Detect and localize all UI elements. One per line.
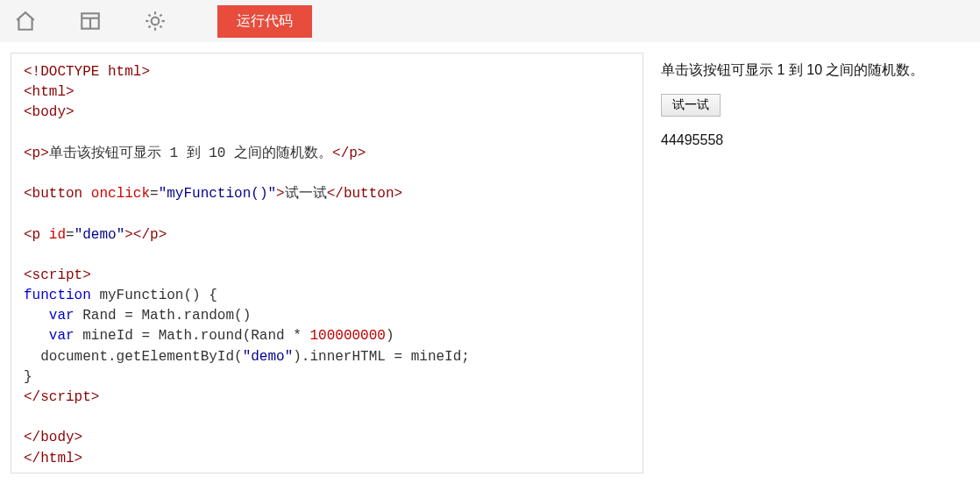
code-t: ) — [386, 328, 394, 344]
demo-output: 44495558 — [661, 132, 964, 148]
code-t: myFunction() { — [91, 288, 217, 303]
svg-point-3 — [152, 18, 160, 25]
code-t: Rand = Math.random() — [75, 308, 252, 324]
code-t: } — [24, 369, 32, 385]
code-t: </ — [332, 146, 349, 161]
code-t: "demo" — [75, 227, 125, 243]
try-it-button[interactable]: 试一试 — [661, 94, 721, 117]
code-line: <!DOCTYPE html> — [24, 64, 150, 80]
code-t — [82, 186, 91, 202]
code-t: > — [276, 186, 285, 202]
code-t: = — [150, 186, 159, 202]
code-t: 试一试 — [285, 186, 327, 202]
svg-line-9 — [160, 25, 161, 27]
code-t: < — [24, 84, 32, 100]
svg-line-11 — [160, 14, 161, 16]
code-t: </ — [327, 186, 344, 202]
code-t: = — [66, 227, 75, 243]
code-t: var — [49, 328, 75, 344]
code-t: "demo" — [243, 349, 294, 365]
code-t: > — [66, 104, 75, 120]
code-t: > — [75, 430, 83, 445]
code-t: p — [32, 146, 41, 161]
code-t: mineId = Math.round(Rand * — [75, 328, 310, 344]
code-t: body — [32, 104, 66, 120]
code-t: button — [32, 186, 83, 202]
code-t: p — [349, 146, 358, 161]
code-t: p — [150, 227, 159, 243]
code-t — [40, 227, 49, 243]
code-t: > — [124, 227, 133, 243]
code-t: < — [24, 186, 32, 202]
code-t: html — [40, 451, 74, 466]
code-t: function — [24, 288, 91, 303]
svg-line-8 — [148, 14, 150, 16]
code-editor[interactable]: <!DOCTYPE html> <html> <body> <p>单击该按钮可显… — [11, 53, 643, 473]
code-t: button — [344, 186, 394, 202]
code-t: document.getElementById( — [24, 349, 243, 365]
code-t: < — [24, 267, 32, 283]
code-t: < — [24, 146, 32, 161]
code-t: ).innerHTML = mineId; — [293, 349, 470, 365]
code-t — [24, 308, 49, 324]
code-t: < — [24, 104, 32, 120]
code-t: </ — [24, 451, 40, 466]
code-t: id — [49, 227, 66, 243]
preview-description: 单击该按钮可显示 1 到 10 之间的随机数。 — [661, 61, 964, 80]
toolbar: 运行代码 — [0, 0, 980, 42]
code-t: > — [91, 389, 100, 405]
layout-icon[interactable] — [79, 10, 102, 32]
code-t: < — [24, 227, 32, 243]
code-t: "myFunction()" — [159, 186, 276, 202]
main-area: <!DOCTYPE html> <html> <body> <p>单击该按钮可显… — [0, 42, 980, 484]
code-t: p — [32, 227, 41, 243]
code-t: </ — [24, 389, 40, 405]
home-icon[interactable] — [14, 10, 37, 32]
run-code-button[interactable]: 运行代码 — [217, 5, 312, 38]
sun-icon[interactable] — [144, 10, 167, 32]
code-t: > — [358, 146, 366, 161]
code-t: 单击该按钮可显示 1 到 10 之间的随机数。 — [49, 146, 332, 161]
code-t: body — [40, 430, 74, 445]
preview-pane: 单击该按钮可显示 1 到 10 之间的随机数。 试一试 44495558 — [656, 53, 969, 473]
code-t: script — [40, 389, 91, 405]
code-t: > — [159, 227, 167, 243]
code-t: </ — [24, 430, 40, 445]
code-t: onclick — [91, 186, 150, 202]
code-t: > — [40, 146, 49, 161]
svg-line-10 — [148, 25, 150, 27]
code-t: > — [75, 451, 83, 466]
code-t: </ — [133, 227, 150, 243]
code-t: script — [32, 267, 83, 283]
code-t: > — [82, 267, 91, 283]
code-t: var — [49, 308, 75, 324]
code-t — [24, 328, 49, 344]
code-t: html — [32, 84, 66, 100]
code-t: > — [66, 84, 75, 100]
code-t: > — [394, 186, 403, 202]
code-t: 100000000 — [309, 328, 385, 344]
